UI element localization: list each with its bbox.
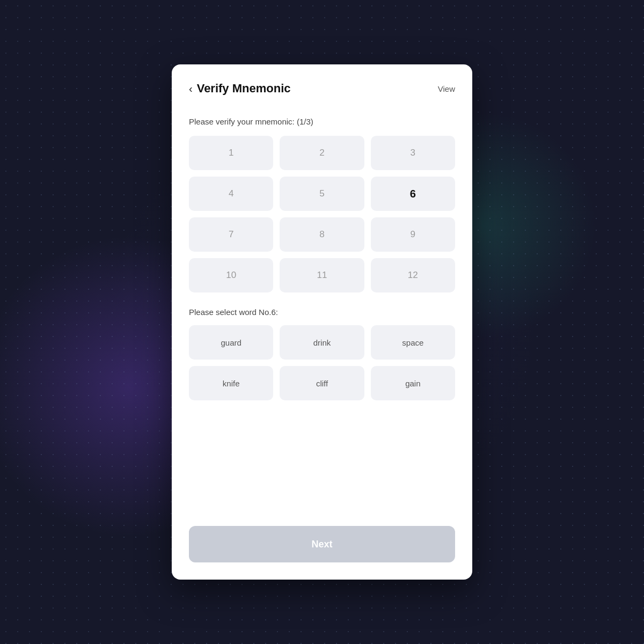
view-link[interactable]: View: [438, 84, 455, 93]
number-cell-11[interactable]: 11: [280, 258, 364, 292]
word-cell-gain[interactable]: gain: [371, 366, 455, 400]
page-title: Verify Mnemonic: [197, 82, 291, 96]
number-cell-9[interactable]: 9: [371, 217, 455, 252]
number-cell-1[interactable]: 1: [189, 136, 273, 170]
number-cell-2[interactable]: 2: [280, 136, 364, 170]
instruction-text: Please verify your mnemonic: (1/3): [189, 117, 455, 126]
card-body: Please verify your mnemonic: (1/3) 12345…: [172, 106, 472, 515]
number-cell-8[interactable]: 8: [280, 217, 364, 252]
word-cell-space[interactable]: space: [371, 325, 455, 360]
number-cell-7[interactable]: 7: [189, 217, 273, 252]
number-cell-4[interactable]: 4: [189, 177, 273, 211]
header-left: ‹ Verify Mnemonic: [189, 82, 291, 96]
select-label: Please select word No.6:: [189, 308, 455, 317]
word-cell-cliff[interactable]: cliff: [280, 366, 364, 400]
number-cell-5[interactable]: 5: [280, 177, 364, 211]
card-footer: Next: [172, 515, 472, 580]
card-header: ‹ Verify Mnemonic View: [172, 64, 472, 106]
verify-mnemonic-card: ‹ Verify Mnemonic View Please verify you…: [172, 64, 472, 580]
number-cell-3[interactable]: 3: [371, 136, 455, 170]
word-cell-drink[interactable]: drink: [280, 325, 364, 360]
word-cell-guard[interactable]: guard: [189, 325, 273, 360]
number-cell-12[interactable]: 12: [371, 258, 455, 292]
number-cell-6[interactable]: 6: [371, 177, 455, 211]
next-button[interactable]: Next: [189, 526, 455, 562]
number-grid: 123456789101112: [189, 136, 455, 292]
back-icon[interactable]: ‹: [189, 83, 193, 95]
word-grid: guarddrinkspaceknifecliffgain: [189, 325, 455, 400]
number-cell-10[interactable]: 10: [189, 258, 273, 292]
word-cell-knife[interactable]: knife: [189, 366, 273, 400]
